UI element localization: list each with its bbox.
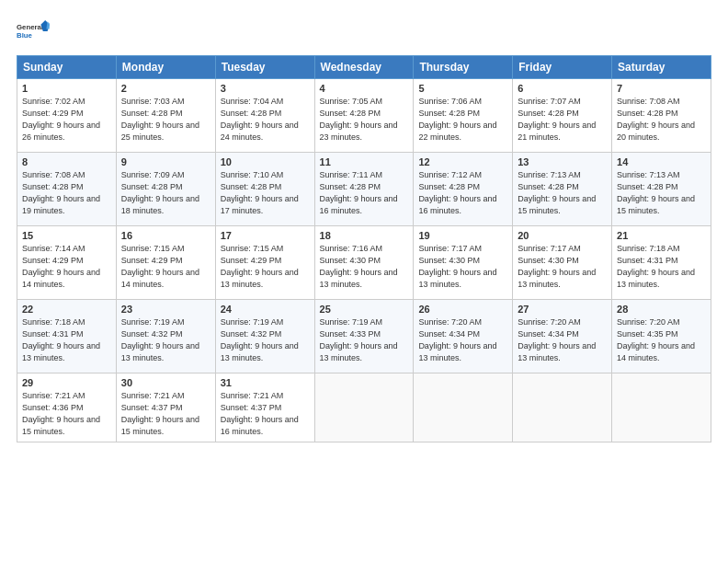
cal-cell: 28 Sunrise: 7:20 AMSunset: 4:35 PMDaylig…	[612, 300, 711, 373]
cal-cell: 9 Sunrise: 7:09 AMSunset: 4:28 PMDayligh…	[116, 153, 215, 226]
day-number: 26	[418, 304, 507, 315]
cal-cell: 30 Sunrise: 7:21 AMSunset: 4:37 PMDaylig…	[116, 373, 215, 442]
day-detail: Sunrise: 7:02 AMSunset: 4:29 PMDaylight:…	[22, 97, 100, 142]
cal-cell: 4 Sunrise: 7:05 AMSunset: 4:28 PMDayligh…	[314, 79, 414, 153]
day-number: 3	[221, 83, 310, 94]
day-detail: Sunrise: 7:14 AMSunset: 4:29 PMDaylight:…	[22, 244, 100, 289]
day-number: 10	[221, 156, 310, 167]
col-header-tuesday: Tuesday	[215, 56, 314, 79]
day-number: 29	[22, 377, 111, 388]
cal-cell: 12 Sunrise: 7:12 AMSunset: 4:28 PMDaylig…	[414, 153, 513, 226]
day-detail: Sunrise: 7:21 AMSunset: 4:37 PMDaylight:…	[221, 391, 299, 436]
cal-cell: 24 Sunrise: 7:19 AMSunset: 4:32 PMDaylig…	[215, 300, 314, 373]
cal-cell: 26 Sunrise: 7:20 AMSunset: 4:34 PMDaylig…	[414, 300, 513, 373]
day-detail: Sunrise: 7:19 AMSunset: 4:32 PMDaylight:…	[221, 317, 299, 362]
svg-text:General: General	[17, 23, 43, 31]
cal-cell: 6 Sunrise: 7:07 AMSunset: 4:28 PMDayligh…	[513, 79, 612, 153]
day-detail: Sunrise: 7:19 AMSunset: 4:32 PMDaylight:…	[121, 317, 199, 362]
cal-cell	[314, 373, 414, 442]
cal-cell: 18 Sunrise: 7:16 AMSunset: 4:30 PMDaylig…	[314, 226, 414, 300]
day-number: 18	[320, 230, 409, 241]
day-number: 15	[22, 230, 111, 241]
day-number: 8	[22, 156, 111, 167]
cal-cell: 25 Sunrise: 7:19 AMSunset: 4:33 PMDaylig…	[314, 300, 414, 373]
day-number: 21	[617, 230, 706, 241]
cal-cell: 21 Sunrise: 7:18 AMSunset: 4:31 PMDaylig…	[612, 226, 711, 300]
cal-cell: 31 Sunrise: 7:21 AMSunset: 4:37 PMDaylig…	[215, 373, 314, 442]
day-detail: Sunrise: 7:15 AMSunset: 4:29 PMDaylight:…	[221, 244, 299, 289]
day-number: 24	[221, 304, 310, 315]
cal-cell: 10 Sunrise: 7:10 AMSunset: 4:28 PMDaylig…	[215, 153, 314, 226]
col-header-saturday: Saturday	[612, 56, 711, 79]
day-number: 27	[518, 304, 607, 315]
col-header-friday: Friday	[513, 56, 612, 79]
cal-cell: 1 Sunrise: 7:02 AMSunset: 4:29 PMDayligh…	[17, 79, 117, 153]
cal-cell: 29 Sunrise: 7:21 AMSunset: 4:36 PMDaylig…	[17, 373, 117, 442]
day-number: 13	[518, 156, 607, 167]
day-number: 23	[121, 304, 210, 315]
day-number: 19	[418, 230, 507, 241]
col-header-wednesday: Wednesday	[314, 56, 414, 79]
cal-cell: 20 Sunrise: 7:17 AMSunset: 4:30 PMDaylig…	[513, 226, 612, 300]
cal-cell: 7 Sunrise: 7:08 AMSunset: 4:28 PMDayligh…	[612, 79, 711, 153]
cal-cell: 15 Sunrise: 7:14 AMSunset: 4:29 PMDaylig…	[17, 226, 117, 300]
day-number: 12	[418, 156, 507, 167]
cal-cell: 5 Sunrise: 7:06 AMSunset: 4:28 PMDayligh…	[414, 79, 513, 153]
day-detail: Sunrise: 7:03 AMSunset: 4:28 PMDaylight:…	[121, 97, 199, 142]
cal-cell: 17 Sunrise: 7:15 AMSunset: 4:29 PMDaylig…	[215, 226, 314, 300]
cal-cell: 14 Sunrise: 7:13 AMSunset: 4:28 PMDaylig…	[612, 153, 711, 226]
col-header-thursday: Thursday	[414, 56, 513, 79]
cal-cell: 2 Sunrise: 7:03 AMSunset: 4:28 PMDayligh…	[116, 79, 215, 153]
col-header-sunday: Sunday	[17, 56, 117, 79]
day-number: 1	[22, 83, 111, 94]
cal-cell: 13 Sunrise: 7:13 AMSunset: 4:28 PMDaylig…	[513, 153, 612, 226]
day-detail: Sunrise: 7:17 AMSunset: 4:30 PMDaylight:…	[518, 244, 596, 289]
day-detail: Sunrise: 7:13 AMSunset: 4:28 PMDaylight:…	[518, 170, 596, 215]
day-number: 28	[617, 304, 706, 315]
logo-svg: General Blue	[17, 15, 50, 48]
day-detail: Sunrise: 7:17 AMSunset: 4:30 PMDaylight:…	[418, 244, 496, 289]
day-detail: Sunrise: 7:20 AMSunset: 4:34 PMDaylight:…	[418, 317, 496, 362]
cal-cell: 19 Sunrise: 7:17 AMSunset: 4:30 PMDaylig…	[414, 226, 513, 300]
day-number: 5	[418, 83, 507, 94]
day-detail: Sunrise: 7:18 AMSunset: 4:31 PMDaylight:…	[22, 317, 100, 362]
day-detail: Sunrise: 7:20 AMSunset: 4:34 PMDaylight:…	[518, 317, 596, 362]
day-number: 16	[121, 230, 210, 241]
day-detail: Sunrise: 7:05 AMSunset: 4:28 PMDaylight:…	[320, 97, 398, 142]
day-number: 6	[518, 83, 607, 94]
day-detail: Sunrise: 7:13 AMSunset: 4:28 PMDaylight:…	[617, 170, 695, 215]
cal-cell: 8 Sunrise: 7:08 AMSunset: 4:28 PMDayligh…	[17, 153, 117, 226]
day-detail: Sunrise: 7:08 AMSunset: 4:28 PMDaylight:…	[22, 170, 100, 215]
day-number: 7	[617, 83, 706, 94]
col-header-monday: Monday	[116, 56, 215, 79]
header: General Blue	[17, 15, 711, 48]
page: General Blue SundayMondayTuesdayWednesda…	[0, 0, 728, 563]
day-number: 20	[518, 230, 607, 241]
cal-cell: 16 Sunrise: 7:15 AMSunset: 4:29 PMDaylig…	[116, 226, 215, 300]
cal-cell	[414, 373, 513, 442]
day-detail: Sunrise: 7:10 AMSunset: 4:28 PMDaylight:…	[221, 170, 299, 215]
day-number: 9	[121, 156, 210, 167]
day-detail: Sunrise: 7:08 AMSunset: 4:28 PMDaylight:…	[617, 97, 695, 142]
day-number: 30	[121, 377, 210, 388]
day-detail: Sunrise: 7:18 AMSunset: 4:31 PMDaylight:…	[617, 244, 695, 289]
calendar: SundayMondayTuesdayWednesdayThursdayFrid…	[17, 55, 711, 442]
day-detail: Sunrise: 7:04 AMSunset: 4:28 PMDaylight:…	[221, 97, 299, 142]
svg-text:Blue: Blue	[17, 31, 33, 40]
day-detail: Sunrise: 7:12 AMSunset: 4:28 PMDaylight:…	[418, 170, 496, 215]
day-number: 17	[221, 230, 310, 241]
day-detail: Sunrise: 7:21 AMSunset: 4:36 PMDaylight:…	[22, 391, 100, 436]
day-number: 4	[320, 83, 409, 94]
day-detail: Sunrise: 7:06 AMSunset: 4:28 PMDaylight:…	[418, 97, 496, 142]
day-detail: Sunrise: 7:11 AMSunset: 4:28 PMDaylight:…	[320, 170, 398, 215]
day-detail: Sunrise: 7:09 AMSunset: 4:28 PMDaylight:…	[121, 170, 199, 215]
cal-cell: 22 Sunrise: 7:18 AMSunset: 4:31 PMDaylig…	[17, 300, 117, 373]
cal-cell: 3 Sunrise: 7:04 AMSunset: 4:28 PMDayligh…	[215, 79, 314, 153]
day-number: 11	[320, 156, 409, 167]
day-number: 31	[221, 377, 310, 388]
day-detail: Sunrise: 7:19 AMSunset: 4:33 PMDaylight:…	[320, 317, 398, 362]
logo: General Blue	[17, 15, 50, 48]
cal-cell	[513, 373, 612, 442]
cal-cell: 27 Sunrise: 7:20 AMSunset: 4:34 PMDaylig…	[513, 300, 612, 373]
cal-cell: 23 Sunrise: 7:19 AMSunset: 4:32 PMDaylig…	[116, 300, 215, 373]
